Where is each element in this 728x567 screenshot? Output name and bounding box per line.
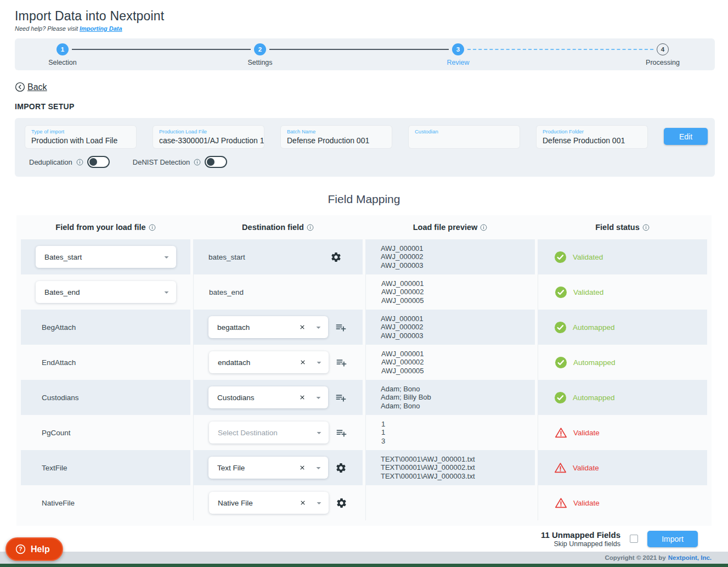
select-value: Bates_start: [36, 253, 82, 261]
cell-destination-field: endattach: [193, 345, 363, 380]
preview-lines: AWJ_000001AWJ_000002AWJ_000005: [381, 350, 424, 375]
clear-icon[interactable]: [300, 360, 306, 365]
toggle-item-denist-detection: DeNIST Detection: [133, 156, 228, 168]
gear-icon[interactable]: [330, 251, 342, 263]
setup-card-value: case-3300001/AJ Production 121: [159, 136, 258, 145]
cell-field-status: Validate: [538, 450, 707, 485]
skip-unmapped-checkbox[interactable]: [630, 535, 638, 543]
info-icon[interactable]: [307, 224, 314, 231]
status-label: Automapped: [573, 323, 615, 332]
destination-select[interactable]: Custodians: [208, 386, 328, 408]
help-button[interactable]: ? Help: [5, 537, 63, 561]
destination-select[interactable]: Native File: [209, 492, 329, 514]
deduplication-toggle[interactable]: [87, 156, 110, 168]
check-circle-icon: [555, 286, 567, 299]
gear-icon[interactable]: [336, 497, 347, 509]
source-field-name: Custodians: [21, 394, 79, 402]
destination-select[interactable]: endattach: [209, 351, 329, 373]
select-value: begattach: [208, 323, 250, 332]
step-processing[interactable]: 4Processing: [630, 43, 696, 66]
wizard-stepper: 1Selection2Settings3Review4Processing: [15, 38, 715, 70]
toggle-knob: [207, 158, 215, 166]
clear-icon[interactable]: [300, 500, 306, 506]
back-link[interactable]: Back: [15, 82, 47, 92]
preview-line: AWJ_000001: [381, 315, 424, 323]
cell-destination-field: Native File: [193, 485, 363, 520]
info-icon[interactable]: [149, 224, 156, 231]
source-field-select[interactable]: Bates_start: [36, 246, 176, 268]
import-button[interactable]: Import: [647, 531, 698, 547]
cell-field-status: Automapped: [538, 310, 707, 345]
step-settings[interactable]: 2Settings: [227, 43, 293, 66]
question-icon: ?: [15, 543, 26, 555]
table-row-textfile: TextFileText FileTEXT\00001\AWJ_000001.t…: [16, 450, 712, 485]
playlist-add-icon[interactable]: [336, 357, 347, 368]
preview-line: AWJ_000002: [381, 358, 424, 367]
cell-source-field: PgCount: [21, 415, 190, 450]
clear-icon[interactable]: [300, 395, 305, 400]
cell-source-field: Custodians: [21, 380, 190, 415]
preview-line: TEXT\00001\AWJ_000002.txt: [381, 463, 475, 472]
cell-load-file-preview: AWJ_000001AWJ_000002AWJ_000003: [365, 239, 535, 274]
status-label[interactable]: Validate: [573, 499, 600, 507]
source-field-select[interactable]: Bates_end: [36, 281, 176, 303]
clear-icon[interactable]: [300, 465, 305, 470]
setup-card-label: Custodian: [415, 128, 513, 134]
step-review[interactable]: 3Review: [425, 43, 491, 66]
step-label: Processing: [630, 59, 696, 66]
status-label[interactable]: Validate: [573, 429, 600, 437]
warning-triangle-icon: [554, 462, 567, 474]
cell-load-file-preview: AWJ_000001AWJ_000002AWJ_000005: [365, 274, 535, 310]
gear-icon[interactable]: [335, 462, 347, 474]
destination-select[interactable]: Text File: [208, 457, 328, 479]
warning-triangle-icon: [555, 497, 567, 509]
setup-card-label: Production Load File: [159, 128, 258, 134]
cell-destination-field: bates_start: [193, 239, 363, 274]
denist-detection-toggle[interactable]: [205, 156, 227, 168]
setup-card-label: Production Folder: [543, 128, 641, 134]
cell-load-file-preview: [365, 485, 535, 520]
unmapped-block: 11 Unmapped Fields Skip Unmapped fields: [541, 530, 620, 548]
help-subtitle-text: Need help? Please visit: [15, 25, 80, 32]
column-header-label: Field status: [595, 223, 640, 232]
column-header-field-from-your-load-file: Field from your load file: [21, 215, 190, 239]
stepper-connector-dashed: [467, 49, 653, 50]
status-label[interactable]: Validate: [573, 464, 599, 472]
playlist-add-icon[interactable]: [336, 427, 347, 439]
edit-button[interactable]: Edit: [664, 128, 708, 145]
setup-card-custodian: Custodian: [409, 126, 520, 148]
step-number: 4: [657, 43, 669, 55]
cell-source-field: BegAttach: [21, 310, 190, 345]
source-field-name: EndAttach: [21, 358, 76, 367]
table-row-custodians: CustodiansCustodiansAdam; BonoAdam; Bill…: [16, 380, 712, 415]
toggles-row: DeduplicationDeNIST Detection: [29, 156, 227, 168]
preview-line: AWJ_000005: [381, 367, 424, 375]
cell-field-status: Validated: [538, 274, 707, 310]
chevron-down-icon: [313, 463, 324, 473]
info-icon[interactable]: [76, 159, 83, 166]
stepper-connector: [72, 49, 251, 50]
preview-line: AWJ_000003: [381, 332, 424, 340]
preview-lines: AWJ_000001AWJ_000002AWJ_000003: [381, 244, 424, 270]
importing-data-link[interactable]: Importing Data: [80, 25, 122, 32]
status-label: Automapped: [573, 394, 615, 402]
info-icon[interactable]: [480, 224, 487, 231]
setup-card-value: Defense Production 001: [287, 136, 386, 145]
toggle-label: Deduplication: [29, 158, 72, 166]
setup-card-production-folder: Production FolderDefense Production 001: [537, 126, 647, 148]
step-selection[interactable]: 1Selection: [30, 43, 95, 66]
clear-icon[interactable]: [300, 324, 305, 330]
select-value: Text File: [208, 464, 245, 472]
nextpoint-link[interactable]: Nextpoint, Inc.: [668, 554, 712, 561]
playlist-add-icon[interactable]: [335, 392, 347, 403]
playlist-add-icon[interactable]: [335, 322, 347, 333]
copyright-text: Copyright © 2021 by: [605, 554, 665, 561]
info-icon[interactable]: [642, 224, 650, 231]
destination-select[interactable]: Select Destination: [209, 422, 329, 444]
info-icon[interactable]: [194, 159, 201, 166]
destination-select[interactable]: begattach: [208, 316, 328, 338]
column-header-label: Field from your load file: [55, 223, 145, 232]
setup-card-value: Production with Load File: [31, 136, 130, 145]
toggle-knob: [89, 158, 97, 166]
table-row-pgcount: PgCountSelect Destination113Validate: [16, 415, 712, 450]
